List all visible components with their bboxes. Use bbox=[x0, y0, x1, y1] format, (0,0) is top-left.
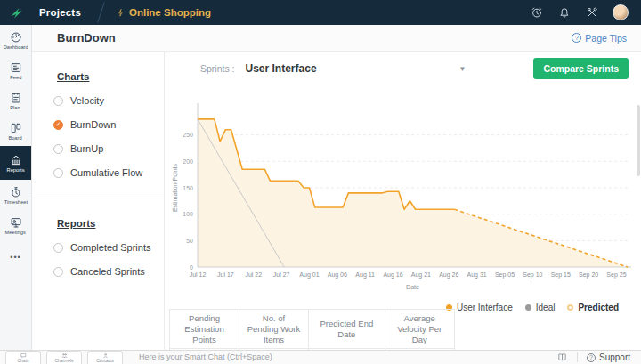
radio-icon bbox=[53, 243, 63, 253]
legend-label: Ideal bbox=[536, 303, 556, 312]
option-label: Velocity bbox=[70, 95, 104, 106]
radio-icon bbox=[53, 267, 63, 277]
sidebar-item-plan[interactable]: Plan bbox=[0, 85, 31, 116]
y-tick-label: 250 bbox=[183, 132, 193, 138]
radio-icon bbox=[53, 168, 63, 178]
current-project[interactable]: Online Shopping bbox=[117, 7, 211, 18]
summary-header: Predicted End Date bbox=[309, 310, 385, 349]
y-tick-label: 150 bbox=[183, 185, 193, 191]
y-tick-label: 200 bbox=[183, 158, 193, 165]
sprint-select-value[interactable]: User Interface bbox=[246, 62, 317, 75]
radio-icon: ✓ bbox=[53, 120, 63, 130]
legend-marker bbox=[567, 304, 573, 311]
x-tick-label: Sep 05 bbox=[495, 271, 515, 279]
option-label: Cumulative Flow bbox=[70, 167, 142, 178]
page-header: BurnDown ? Page Tips bbox=[32, 25, 641, 52]
y-tick-label: 100 bbox=[183, 211, 193, 217]
chat-tab-label: Chats bbox=[17, 359, 28, 363]
burndown-chart: 050100150200250Jul 12Jul 17Jul 22Jul 27A… bbox=[169, 91, 632, 299]
x-tick-label: Aug 16 bbox=[383, 271, 402, 279]
y-tick-label: 50 bbox=[186, 238, 193, 244]
bell-icon[interactable] bbox=[557, 6, 571, 20]
sidebar-item-label: Board bbox=[9, 135, 22, 141]
chat-tab-contacts[interactable]: Contacts bbox=[87, 351, 123, 364]
scrollbar-thumb[interactable] bbox=[637, 105, 640, 176]
book-icon[interactable] bbox=[556, 352, 568, 362]
legend-item-ideal[interactable]: Ideal bbox=[525, 303, 556, 312]
sidebar-item-feed[interactable]: Feed bbox=[0, 55, 31, 85]
page-tips-link[interactable]: ? Page Tips bbox=[572, 33, 627, 44]
chart-option-burnup[interactable]: BurnUp bbox=[53, 143, 164, 154]
smart-chat-input[interactable]: Here is your Smart Chat (Ctrl+Space) bbox=[139, 352, 556, 361]
x-tick-label: Sep 15 bbox=[551, 271, 571, 279]
app-name[interactable]: Projects bbox=[39, 7, 81, 18]
legend-label: Predicted bbox=[578, 303, 619, 312]
radio-icon bbox=[53, 96, 63, 106]
sprints-logo-icon[interactable] bbox=[0, 0, 32, 25]
report-option-completed-sprints[interactable]: Completed Sprints bbox=[53, 242, 164, 253]
plan-icon bbox=[10, 92, 22, 104]
breadcrumb-separator bbox=[95, 4, 108, 21]
y-tick-label: 0 bbox=[190, 264, 193, 271]
dashboard-icon bbox=[10, 31, 22, 44]
support-link[interactable]: ? Support bbox=[587, 352, 630, 362]
chart-section: Sprints : User Interface ▼ Compare Sprin… bbox=[165, 52, 641, 350]
page-title: BurnDown bbox=[57, 31, 116, 44]
chat-tab-label: Channels bbox=[54, 359, 73, 363]
sprint-bolt-icon bbox=[117, 8, 125, 18]
chart-toolbar: Sprints : User Interface ▼ Compare Sprin… bbox=[165, 52, 641, 85]
topbar-actions bbox=[530, 4, 641, 20]
sidebar-item-label: Plan bbox=[11, 105, 20, 110]
sidebar-item-label: Dashboard bbox=[4, 44, 28, 50]
chat-tab-chats[interactable]: Chats bbox=[5, 351, 41, 364]
sidebar-item-timesheet[interactable]: Timesheet bbox=[0, 180, 31, 210]
page-tips-label: Page Tips bbox=[585, 33, 627, 44]
chevron-down-icon[interactable]: ▼ bbox=[459, 65, 467, 73]
burndown-chart-svg[interactable]: 050100150200250Jul 12Jul 17Jul 22Jul 27A… bbox=[169, 91, 632, 295]
sidebar-item-board[interactable]: Board bbox=[0, 116, 31, 146]
sidebar-item-dashboard[interactable]: Dashboard bbox=[0, 25, 31, 55]
legend-marker bbox=[525, 304, 531, 311]
chat-tab-channels[interactable]: Channels bbox=[46, 351, 82, 364]
chatbar-right: ? Support bbox=[556, 352, 630, 362]
sidebar-item-label: Reports bbox=[7, 167, 25, 173]
timer-icon[interactable] bbox=[530, 6, 543, 20]
feed-icon bbox=[10, 61, 22, 74]
question-circle-icon: ? bbox=[587, 353, 596, 362]
chart-option-velocity[interactable]: Velocity bbox=[53, 95, 164, 106]
sidebar-more-button[interactable]: ••• bbox=[0, 253, 31, 262]
legend-item-predicted[interactable]: Predicted bbox=[567, 303, 619, 312]
compare-sprints-button[interactable]: Compare Sprints bbox=[533, 58, 629, 79]
top-bar: Projects Online Shopping bbox=[0, 0, 641, 25]
legend-label: User Interface bbox=[457, 303, 513, 312]
option-label: BurnUp bbox=[70, 143, 103, 154]
report-option-canceled-sprints[interactable]: Canceled Sprints bbox=[53, 266, 164, 277]
sidebar-item-meetings[interactable]: Meetings bbox=[0, 210, 31, 240]
chart-option-cumulative-flow[interactable]: Cumulative Flow bbox=[53, 167, 164, 178]
tools-icon[interactable] bbox=[585, 6, 598, 20]
x-tick-label: Jul 12 bbox=[190, 271, 207, 278]
user-avatar[interactable] bbox=[613, 4, 629, 20]
chart-legend: User InterfaceIdealPredicted bbox=[446, 303, 619, 312]
timesheet-icon bbox=[10, 186, 22, 198]
charts-heading[interactable]: Charts bbox=[57, 71, 164, 82]
charts-panel: Charts Velocity✓BurnDownBurnUpCumulative… bbox=[32, 52, 165, 350]
chart-options-list: Velocity✓BurnDownBurnUpCumulative Flow bbox=[32, 95, 164, 178]
chart-option-burndown[interactable]: ✓BurnDown bbox=[53, 119, 164, 130]
option-label: Canceled Sprints bbox=[70, 266, 145, 277]
x-tick-label: Aug 06 bbox=[328, 271, 347, 279]
x-tick-label: Sep 25 bbox=[606, 271, 626, 279]
summary-header: Pending Estimation Points bbox=[170, 310, 239, 349]
sidebar-item-reports[interactable]: Reports bbox=[0, 146, 31, 180]
legend-item-user-interface[interactable]: User Interface bbox=[446, 303, 513, 312]
x-tick-label: Aug 11 bbox=[355, 271, 375, 279]
x-tick-label: Aug 21 bbox=[411, 271, 431, 279]
y-axis-title: Estimation Points bbox=[172, 163, 178, 212]
smart-chat-bar: ChatsChannelsContacts Here is your Smart… bbox=[0, 350, 641, 364]
support-label: Support bbox=[599, 352, 630, 362]
reports-heading[interactable]: Reports bbox=[57, 218, 164, 229]
x-tick-label: Sep 10 bbox=[523, 271, 542, 279]
project-name: Online Shopping bbox=[129, 7, 211, 18]
sidebar-item-label: Feed bbox=[10, 75, 21, 80]
sidebar-item-label: Meetings bbox=[5, 230, 26, 235]
